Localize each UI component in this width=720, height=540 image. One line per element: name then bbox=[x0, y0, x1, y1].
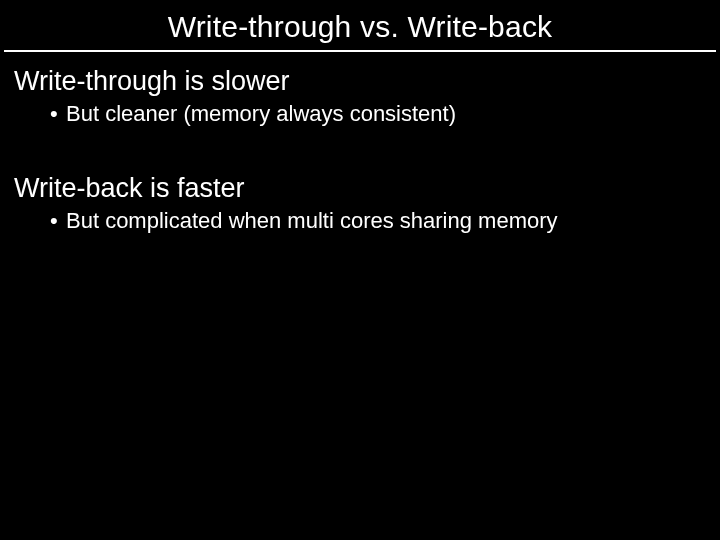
section-heading: Write-back is faster bbox=[14, 173, 706, 204]
spacer bbox=[14, 151, 706, 169]
slide-body: Write-through is slower But cleaner (mem… bbox=[0, 52, 720, 235]
slide-title: Write-through vs. Write-back bbox=[168, 10, 553, 44]
title-area: Write-through vs. Write-back bbox=[0, 0, 720, 50]
bullet-list: But complicated when multi cores sharing… bbox=[50, 206, 706, 236]
section-heading: Write-through is slower bbox=[14, 66, 706, 97]
bullet-item: But cleaner (memory always consistent) bbox=[50, 99, 706, 129]
bullet-item: But complicated when multi cores sharing… bbox=[50, 206, 706, 236]
bullet-list: But cleaner (memory always consistent) bbox=[50, 99, 706, 129]
slide: Write-through vs. Write-back Write-throu… bbox=[0, 0, 720, 540]
